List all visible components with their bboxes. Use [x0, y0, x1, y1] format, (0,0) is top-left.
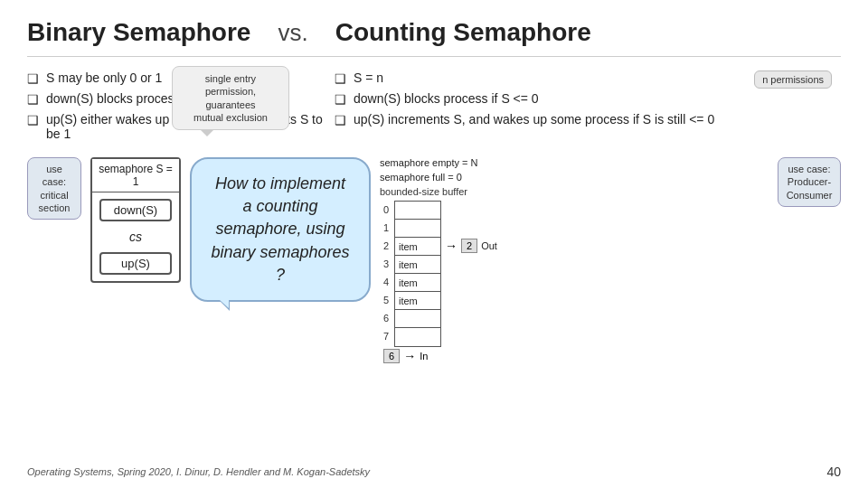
use-case-label-left: use case: critical section	[27, 157, 81, 220]
buf-cell-2: item	[395, 238, 440, 256]
buf-val-row-5	[445, 291, 497, 309]
buf-idx-4: 4	[380, 273, 392, 291]
bubble-line3: mutual exclusion	[193, 112, 268, 123]
page-number: 40	[826, 465, 841, 479]
val-box-in: 6	[383, 349, 400, 363]
use-case-right: use case: Producer- Consumer	[778, 157, 841, 207]
semaphore-empty-label: semaphore empty = N	[380, 157, 769, 168]
left-point-1-text: S may be only 0 or 1	[46, 70, 162, 85]
buf-idx-5: 5	[380, 291, 392, 309]
right-column: n permissions ❑ S = n ❑ down(S) blocks p…	[335, 66, 841, 146]
n-permissions-badge: n permissions	[754, 70, 832, 89]
buf-idx-2: 2	[380, 237, 392, 255]
divider	[27, 56, 841, 57]
title-binary: Binary Semaphore	[27, 18, 250, 47]
out-label: Out	[481, 240, 497, 251]
buf-val-row-4	[445, 273, 497, 291]
checkbox-icon-r2: ❑	[335, 92, 346, 107]
semaphore-full-label: semaphore full = 0	[380, 172, 769, 183]
val-box-2: 2	[461, 239, 477, 253]
buffer-grid-wrapper: 0 1 2 3 4 5 6 7 item item item item	[380, 201, 769, 347]
buf-idx-7: 7	[380, 327, 392, 345]
sem-down-row: down(S)	[99, 196, 172, 224]
buf-idx-0: 0	[380, 201, 392, 219]
use-case-label-right: use case: Producer- Consumer	[778, 157, 841, 207]
buf-cell-3: item	[395, 256, 440, 274]
buf-val-row-7	[445, 327, 497, 345]
buf-val-row-1	[445, 219, 497, 237]
buf-val-row-6	[445, 309, 497, 327]
arrow-right-out: →	[445, 239, 458, 253]
title-vs: vs.	[278, 19, 307, 47]
right-point-3-text: up(S) increments S, and wakes up some pr…	[354, 112, 714, 127]
main-content: single entry permission, guarantees mutu…	[27, 66, 841, 146]
sem-header: semaphore S = 1	[92, 159, 179, 192]
sem-cs-label: cs	[129, 227, 142, 247]
header-row: Binary Semaphore vs. Counting Semaphore	[27, 18, 841, 47]
bottom-section: use case: critical section semaphore S =…	[27, 157, 841, 363]
buf-idx-6: 6	[380, 309, 392, 327]
buffer-cells: item item item item	[394, 201, 441, 347]
in-label: In	[420, 351, 428, 361]
checkbox-icon-r1: ❑	[335, 71, 346, 86]
buf-cell-1	[395, 220, 440, 238]
buf-value-col: → 2 Out	[445, 201, 497, 345]
right-point-3: ❑ up(S) increments S, and wakes up some …	[335, 112, 841, 127]
left-column: single entry permission, guarantees mutu…	[27, 66, 335, 146]
use-case-left: use case: critical section	[27, 157, 81, 220]
sem-cs-row: cs	[99, 224, 172, 249]
right-col-inner: n permissions ❑ S = n ❑ down(S) blocks p…	[335, 70, 841, 127]
checkbox-icon-r3: ❑	[335, 113, 346, 127]
checkbox-icon-1: ❑	[27, 71, 39, 86]
sem-down-label: down(S)	[99, 199, 172, 221]
semaphore-code-box: semaphore S = 1 down(S) cs up(S)	[90, 157, 181, 283]
checkbox-icon-2: ❑	[27, 92, 39, 107]
title-counting: Counting Semaphore	[335, 18, 591, 47]
buf-idx-3: 3	[380, 255, 392, 273]
sem-up-label: up(S)	[99, 252, 172, 275]
buffer-indices: 0 1 2 3 4 5 6 7	[380, 201, 392, 345]
buf-cell-5: item	[395, 292, 440, 310]
checkbox-icon-3: ❑	[27, 113, 39, 127]
buffer-label: bounded-size buffer	[380, 186, 769, 197]
buf-cell-4: item	[395, 274, 440, 292]
single-entry-bubble: single entry permission, guarantees mutu…	[172, 66, 289, 130]
bubble-line2: permission, guarantees	[205, 86, 256, 109]
arrow-right-in: →	[403, 349, 416, 363]
sem-up-row: up(S)	[99, 249, 172, 277]
footer-cite: Operating Systems, Spring 2020, I. Dinur…	[27, 466, 370, 477]
buf-cell-6	[395, 310, 440, 328]
buf-idx-1: 1	[380, 219, 392, 237]
buffer-area: semaphore empty = N semaphore full = 0 b…	[380, 157, 769, 363]
right-point-2-text: down(S) blocks process if S <= 0	[354, 91, 539, 106]
buf-cell-7	[395, 328, 440, 346]
buf-val-row-3	[445, 255, 497, 273]
footer: Operating Systems, Spring 2020, I. Dinur…	[27, 465, 841, 479]
buf-cell-0	[395, 202, 440, 220]
speech-bubble: How to implement a counting semaphore, u…	[190, 157, 371, 302]
buf-val-row-2: → 2 Out	[445, 237, 497, 255]
slide: Binary Semaphore vs. Counting Semaphore …	[0, 0, 868, 488]
right-point-2: ❑ down(S) blocks process if S <= 0	[335, 91, 841, 107]
sem-body: down(S) cs up(S)	[92, 192, 179, 281]
bubble-line1: single entry	[205, 73, 256, 84]
in-indicator: 6 → In	[383, 349, 769, 363]
right-point-1-text: S = n	[354, 70, 383, 85]
buf-val-row-0	[445, 201, 497, 219]
